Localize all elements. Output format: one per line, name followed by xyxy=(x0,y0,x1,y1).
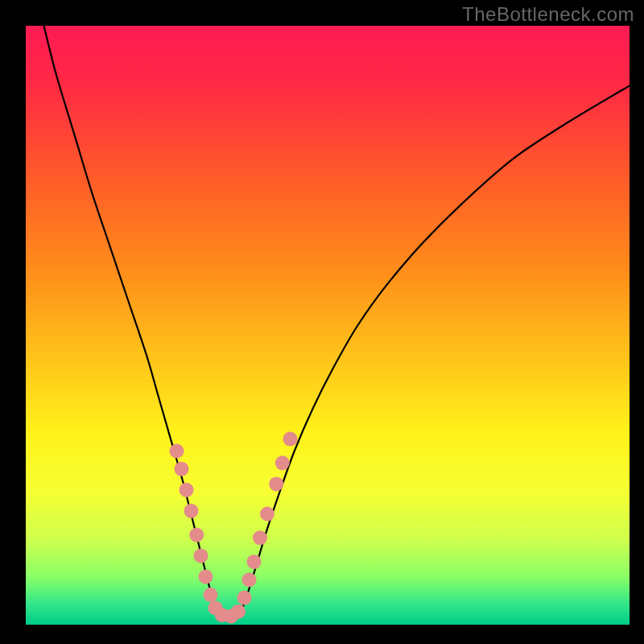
highlight-dot xyxy=(269,477,283,491)
highlight-dot xyxy=(260,506,275,521)
highlight-dot xyxy=(170,444,184,458)
watermark-text: TheBottleneck.com xyxy=(462,3,634,26)
highlight-dot xyxy=(242,572,257,587)
highlight-dot xyxy=(184,504,199,518)
gradient-background xyxy=(26,26,630,625)
chart-frame: TheBottleneck.com xyxy=(0,0,644,644)
highlight-dot xyxy=(283,431,298,446)
highlight-dot xyxy=(175,462,189,477)
chart-svg xyxy=(26,26,630,625)
highlight-dot xyxy=(189,527,204,542)
highlight-dot xyxy=(199,569,213,584)
highlight-dot xyxy=(253,530,267,545)
highlight-dot xyxy=(194,548,208,563)
highlight-dot xyxy=(275,456,290,470)
highlight-dot xyxy=(204,588,218,602)
highlight-dot xyxy=(180,483,194,497)
highlight-dot xyxy=(237,591,252,605)
highlight-dot xyxy=(247,555,262,569)
plot-area xyxy=(26,26,630,625)
highlight-dot xyxy=(231,605,246,619)
